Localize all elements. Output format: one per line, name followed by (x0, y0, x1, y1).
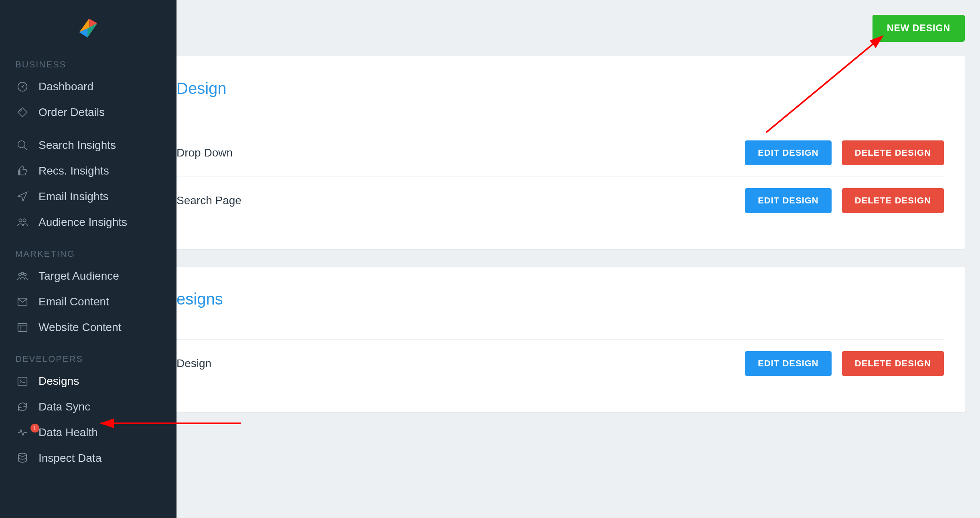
sidebar-item-label: Website Content (39, 321, 122, 334)
edit-design-button[interactable]: EDIT DESIGN (745, 140, 832, 165)
sidebar-item-email-insights[interactable]: Email Insights (0, 184, 177, 209)
sidebar-item-label: Target Audience (39, 270, 119, 282)
tag-icon (15, 106, 30, 118)
envelope-icon (15, 296, 30, 308)
sidebar-item-email-content[interactable]: Email Content (0, 289, 177, 315)
svg-rect-15 (18, 323, 27, 331)
terminal-icon (15, 375, 30, 387)
panel-title: Design (177, 79, 944, 98)
edit-design-button[interactable]: EDIT DESIGN (745, 351, 832, 376)
svg-point-5 (22, 86, 23, 87)
svg-line-8 (24, 147, 27, 150)
sidebar-item-label: Dashboard (39, 80, 93, 93)
sidebar-item-inspect-data[interactable]: Inspect Data (0, 445, 177, 471)
sidebar-item-data-sync[interactable]: Data Sync (0, 394, 177, 420)
sidebar-item-order-details[interactable]: Order Details (0, 100, 177, 125)
sidebar-item-label: Email Content (39, 295, 109, 308)
sidebar: BUSINESS Dashboard Order Details Search … (0, 0, 177, 518)
panel-title: esigns (177, 290, 944, 308)
sidebar-item-target-audience[interactable]: Target Audience (0, 263, 177, 289)
thumbs-up-icon (15, 165, 30, 177)
gauge-icon (15, 81, 30, 93)
sidebar-section-developers: DEVELOPERS (0, 340, 177, 368)
sidebar-item-label: Designs (39, 375, 79, 388)
sync-icon (15, 401, 30, 413)
design-row-actions: EDIT DESIGN DELETE DESIGN (745, 351, 944, 376)
svg-point-6 (20, 110, 21, 111)
edit-design-button[interactable]: EDIT DESIGN (745, 188, 832, 213)
delete-design-button[interactable]: DELETE DESIGN (842, 140, 944, 165)
design-row-actions: EDIT DESIGN DELETE DESIGN (745, 188, 944, 213)
sidebar-item-recs-insights[interactable]: Recs. Insights (0, 158, 177, 184)
svg-point-11 (19, 273, 21, 276)
sidebar-item-label: Recs. Insights (39, 165, 109, 177)
alert-badge-icon: ! (30, 424, 39, 433)
activity-icon (15, 427, 30, 439)
delete-design-button[interactable]: DELETE DESIGN (842, 188, 944, 213)
svg-point-10 (23, 219, 26, 222)
layout-icon (15, 321, 30, 333)
delete-design-button[interactable]: DELETE DESIGN (842, 351, 944, 376)
sidebar-item-label: Inspect Data (39, 452, 101, 465)
people-icon (15, 216, 30, 228)
design-row-name: Search Page (177, 194, 241, 207)
sidebar-item-search-insights[interactable]: Search Insights (0, 132, 177, 158)
sidebar-item-label: Order Details (39, 106, 105, 119)
sidebar-item-label: Email Insights (39, 190, 108, 203)
sidebar-item-label: Search Insights (39, 139, 116, 152)
sidebar-item-dashboard[interactable]: Dashboard (0, 74, 177, 100)
svg-point-20 (18, 453, 26, 457)
svg-point-13 (21, 272, 24, 275)
design-row: Design EDIT DESIGN DELETE DESIGN (177, 339, 944, 387)
sidebar-item-label: Data Health (39, 426, 98, 439)
panel-designs: esigns Design EDIT DESIGN DELETE DESIGN (177, 267, 965, 412)
svg-rect-18 (18, 377, 27, 385)
sidebar-item-audience-insights[interactable]: Audience Insights (0, 209, 177, 235)
paper-plane-icon (15, 191, 30, 203)
svg-point-12 (24, 273, 26, 276)
topbar: NEW DESIGN (177, 0, 980, 56)
sidebar-section-marketing: MARKETING (0, 235, 177, 263)
main-content: NEW DESIGN Design Drop Down EDIT DESIGN … (177, 0, 980, 518)
svg-point-9 (19, 219, 22, 222)
new-design-button[interactable]: NEW DESIGN (872, 15, 965, 42)
sidebar-item-website-content[interactable]: Website Content (0, 315, 177, 340)
search-icon (15, 139, 30, 151)
group-icon (15, 270, 30, 282)
design-row-name: Design (177, 357, 211, 370)
sidebar-item-label: Data Sync (39, 400, 90, 413)
design-row: Search Page EDIT DESIGN DELETE DESIGN (177, 177, 944, 224)
sidebar-item-designs[interactable]: Designs (0, 368, 177, 394)
svg-point-7 (18, 141, 25, 148)
design-row-actions: EDIT DESIGN DELETE DESIGN (745, 140, 944, 165)
sidebar-item-data-health[interactable]: ! Data Health (0, 420, 177, 445)
sidebar-section-business: BUSINESS (0, 46, 177, 74)
brand-logo (0, 10, 177, 46)
sidebar-item-label: Audience Insights (39, 216, 127, 229)
database-icon (15, 452, 30, 464)
panel-design: Design Drop Down EDIT DESIGN DELETE DESI… (177, 56, 965, 249)
design-row: Drop Down EDIT DESIGN DELETE DESIGN (177, 129, 944, 177)
svg-rect-14 (18, 298, 27, 305)
design-row-name: Drop Down (177, 146, 233, 159)
